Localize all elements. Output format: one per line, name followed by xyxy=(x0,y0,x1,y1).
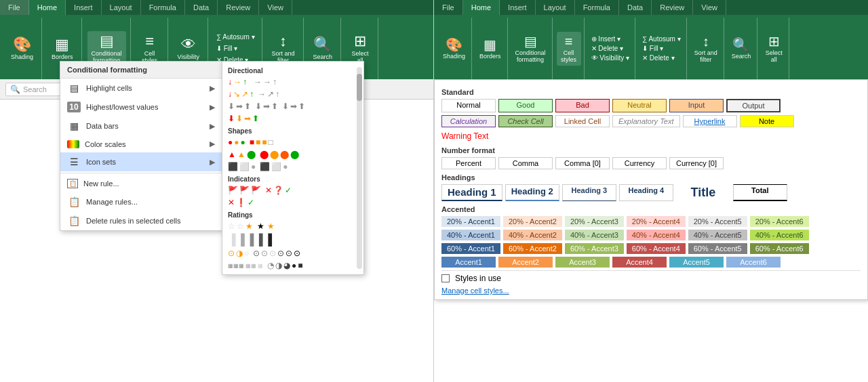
style-neutral[interactable]: Neutral xyxy=(612,99,667,112)
style-input[interactable]: Input xyxy=(669,99,724,112)
icon-row-shape-3[interactable]: ⬛ ⬜ ● ⬛ ⬜ ● xyxy=(222,161,363,173)
icon-row-dir-2[interactable]: ↓ ↘ ↗ ↑ → ↗ ↑ xyxy=(222,88,363,100)
style-heading3[interactable]: Heading 3 xyxy=(562,184,616,201)
right-delete-button[interactable]: ✕ Delete ▾ xyxy=(589,44,633,53)
styles-in-use-checkbox[interactable] xyxy=(441,274,450,282)
acc-40-accent3[interactable]: 40% - Accent3 xyxy=(565,230,624,240)
left-tab-data[interactable]: Data xyxy=(185,0,218,15)
icon-row-dir-1[interactable]: ↓ → ↑ → → ↑ xyxy=(222,76,363,88)
icon-sets-item[interactable]: ☰ Icon sets ▶ xyxy=(60,152,222,171)
style-explanatory[interactable]: Explanatory Text xyxy=(612,115,680,127)
icon-sets-scrollbar[interactable] xyxy=(357,67,362,269)
style-bad[interactable]: Bad xyxy=(555,99,610,112)
icon-row-shape-1[interactable]: ● ● ● ■ ■ ■ □ xyxy=(222,136,363,148)
right-tab-review[interactable]: Review xyxy=(652,0,693,15)
acc-20-accent1[interactable]: 20% - Accent1 xyxy=(441,216,500,227)
autosum-button[interactable]: ∑ Autosum ▾ xyxy=(214,32,258,42)
style-output[interactable]: Output xyxy=(726,99,781,112)
style-hyperlink[interactable]: Hyperlink xyxy=(683,115,737,127)
style-linked-cell[interactable]: Linked Cell xyxy=(555,115,610,127)
right-select-all-button[interactable]: ⊞ Selectall xyxy=(762,32,786,66)
manage-rules-item[interactable]: 📋 Manage rules... xyxy=(60,192,222,211)
right-borders-button[interactable]: ▦ Borders xyxy=(476,35,505,62)
acc-20-accent3[interactable]: 20% - Accent3 xyxy=(565,216,624,227)
style-total[interactable]: Total xyxy=(733,184,787,201)
right-tab-view[interactable]: View xyxy=(693,0,726,15)
shading-button[interactable]: 🎨 Shading xyxy=(7,35,37,63)
icon-row-shape-2[interactable]: ▲ ▲ ⬤ ⬤ ⬤ ⬤ ⬤ xyxy=(222,148,363,161)
acc-40-accent1[interactable]: 40% - Accent1 xyxy=(441,230,500,240)
acc-60-accent3[interactable]: 60% - Accent3 xyxy=(565,243,624,254)
right-insert-button[interactable]: ⊕ Insert ▾ xyxy=(589,35,633,43)
manage-cell-styles-link[interactable]: Manage cell styles... xyxy=(441,286,509,295)
right-search-button[interactable]: 🔍 Search xyxy=(728,35,755,62)
right-visibility-button[interactable]: 👁 Visibility ▾ xyxy=(589,54,633,62)
right-cf-button[interactable]: ▤ Conditionalformatting xyxy=(512,32,549,66)
icon-row-rating-1[interactable]: ☆ ☆ ★ ★ ★ xyxy=(222,220,363,232)
data-bars-item[interactable]: ▦ Data bars ▶ xyxy=(60,116,222,135)
acc-60-accent6[interactable]: 60% - Accent6 xyxy=(750,243,809,254)
acc-20-accent5[interactable]: 20% - Accent5 xyxy=(688,216,747,227)
right-tab-data[interactable]: Data xyxy=(619,0,652,15)
icon-row-dir-3[interactable]: ⬇ ➡ ⬆ ⬇ ➡ ⬆ ⬇ ➡ ⬆ xyxy=(222,100,363,112)
style-heading1[interactable]: Heading 1 xyxy=(441,184,502,201)
search-button[interactable]: 🔍 Search xyxy=(309,35,337,63)
acc-40-accent5[interactable]: 40% - Accent5 xyxy=(688,230,747,240)
style-note[interactable]: Note xyxy=(740,115,794,127)
style-good[interactable]: Good xyxy=(498,99,553,112)
right-shading-button[interactable]: 🎨 Shading xyxy=(439,35,469,62)
style-percent[interactable]: Percent xyxy=(441,157,496,169)
right-sort-button[interactable]: ↕ Sort andfilter xyxy=(691,32,721,66)
left-tab-insert[interactable]: Insert xyxy=(66,0,102,15)
icon-row-rating-2[interactable]: ▐ ▐ ▐ ▐ ▐ xyxy=(222,232,363,247)
visibility-button[interactable]: 👁 Visibility xyxy=(174,35,203,63)
acc-60-accent2[interactable]: 60% - Accent2 xyxy=(503,243,562,254)
left-tab-formula[interactable]: Formula xyxy=(141,0,185,15)
style-warning-text[interactable]: Warning Text xyxy=(441,131,488,141)
highest-lowest-item[interactable]: 10 Highest/lowest values ▶ xyxy=(60,98,222,116)
left-tab-file[interactable]: File xyxy=(0,0,29,15)
acc-accent6[interactable]: Accent6 xyxy=(726,257,781,268)
acc-accent3[interactable]: Accent3 xyxy=(555,257,610,268)
right-tab-file[interactable]: File xyxy=(434,0,463,15)
acc-accent1[interactable]: Accent1 xyxy=(441,257,496,268)
left-tab-home[interactable]: Home xyxy=(29,0,66,15)
style-heading2[interactable]: Heading 2 xyxy=(505,184,559,201)
acc-60-accent4[interactable]: 60% - Accent4 xyxy=(627,243,686,254)
right-autosum-button[interactable]: ∑ Autosum ▾ xyxy=(639,35,684,43)
right-tab-formula[interactable]: Formula xyxy=(575,0,619,15)
acc-20-accent2[interactable]: 20% - Accent2 xyxy=(503,216,562,227)
icon-row-rating-3[interactable]: ⊙ ◑ ○ ⊙ ⊙ ⊙ ⊙ ⊙ ⊙ xyxy=(222,247,363,259)
style-comma0[interactable]: Comma [0] xyxy=(555,157,610,169)
style-heading4[interactable]: Heading 4 xyxy=(619,184,673,201)
style-calculation[interactable]: Calculation xyxy=(441,115,496,127)
acc-40-accent4[interactable]: 40% - Accent4 xyxy=(627,230,686,240)
acc-60-accent5[interactable]: 60% - Accent5 xyxy=(688,243,747,254)
right-tab-layout[interactable]: Layout xyxy=(536,0,575,15)
acc-accent4[interactable]: Accent4 xyxy=(612,257,667,268)
delete-rules-item[interactable]: 📋 Delete rules in selected cells xyxy=(60,211,222,230)
right-cell-styles-button[interactable]: ≡ Cellstyles xyxy=(557,32,581,66)
icon-row-ind-2[interactable]: ✕ ❗ ✓ xyxy=(222,196,363,209)
style-currency[interactable]: Currency xyxy=(612,157,667,169)
acc-accent5[interactable]: Accent5 xyxy=(669,257,724,268)
style-normal[interactable]: Normal xyxy=(441,99,496,112)
style-check-cell[interactable]: Check Cell xyxy=(498,115,553,127)
fill-button[interactable]: ⬇ Fill ▾ xyxy=(214,43,258,54)
icon-row-dir-4[interactable]: ⬇ ⬇ ➡ ⬆ xyxy=(222,112,363,125)
acc-20-accent4[interactable]: 20% - Accent4 xyxy=(627,216,686,227)
right-delete-contents-button[interactable]: ✕ Delete ▾ xyxy=(639,54,684,62)
left-tab-view[interactable]: View xyxy=(259,0,292,15)
style-title[interactable]: Title xyxy=(676,184,730,201)
icon-row-ind-1[interactable]: 🚩 🚩 🚩 ✕ ❓ ✓ xyxy=(222,184,363,196)
acc-accent2[interactable]: Accent2 xyxy=(498,257,553,268)
left-tab-review[interactable]: Review xyxy=(218,0,259,15)
acc-60-accent1[interactable]: 60% - Accent1 xyxy=(441,243,500,254)
color-scales-item[interactable]: Color scales ▶ xyxy=(60,135,222,152)
acc-40-accent2[interactable]: 40% - Accent2 xyxy=(503,230,562,240)
new-rule-item[interactable]: 📋 New rule... xyxy=(60,175,222,192)
acc-40-accent6[interactable]: 40% - Accent6 xyxy=(750,230,809,240)
left-tab-layout[interactable]: Layout xyxy=(102,0,141,15)
acc-20-accent6[interactable]: 20% - Accent6 xyxy=(750,216,809,227)
right-fill-button[interactable]: ⬇ Fill ▾ xyxy=(639,44,684,53)
